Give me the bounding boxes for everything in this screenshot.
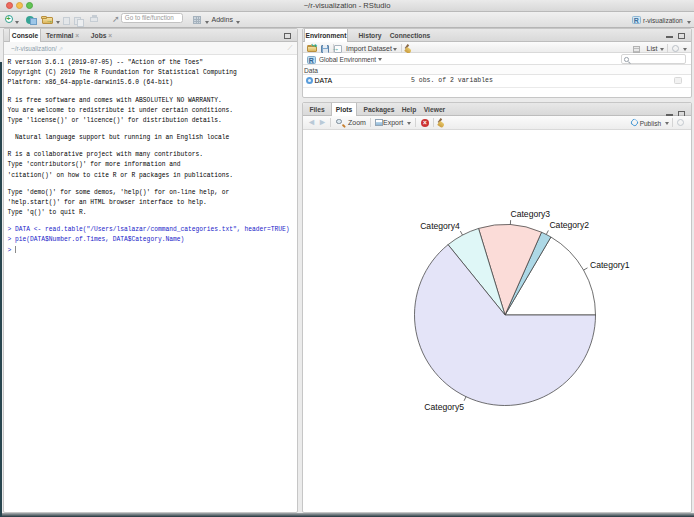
svg-text:Category1: Category1 xyxy=(590,260,630,270)
svg-text:Category4: Category4 xyxy=(420,221,460,231)
svg-text:Category3: Category3 xyxy=(511,209,551,219)
svg-text:Category2: Category2 xyxy=(549,220,589,230)
svg-text:Category5: Category5 xyxy=(424,402,464,412)
